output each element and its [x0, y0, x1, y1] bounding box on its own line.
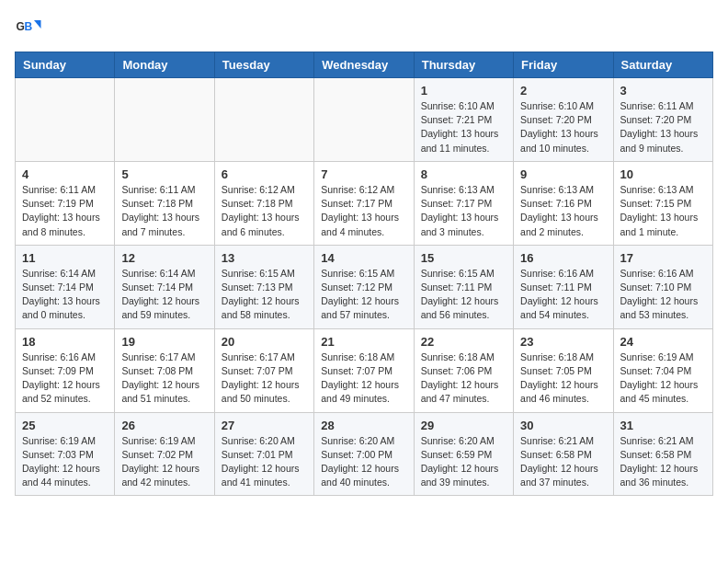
calendar-cell: 28Sunrise: 6:20 AMSunset: 7:00 PMDayligh… [314, 412, 414, 496]
day-number: 18 [22, 335, 108, 349]
day-info: Sunrise: 6:18 AMSunset: 7:05 PMDaylight:… [520, 350, 606, 407]
calendar-cell: 12Sunrise: 6:14 AMSunset: 7:14 PMDayligh… [115, 245, 214, 328]
day-number: 14 [321, 251, 406, 265]
day-number: 21 [321, 335, 406, 349]
calendar-cell [16, 78, 115, 162]
day-info: Sunrise: 6:13 AMSunset: 7:15 PMDaylight:… [620, 183, 706, 239]
day-number: 4 [22, 167, 108, 181]
calendar-cell: 20Sunrise: 6:17 AMSunset: 7:07 PMDayligh… [214, 328, 313, 412]
calendar-cell: 5Sunrise: 6:11 AMSunset: 7:18 PMDaylight… [115, 161, 214, 245]
day-info: Sunrise: 6:21 AMSunset: 6:58 PMDaylight:… [520, 434, 606, 490]
day-number: 11 [22, 251, 108, 265]
calendar-cell: 30Sunrise: 6:21 AMSunset: 6:58 PMDayligh… [514, 412, 613, 496]
day-number: 23 [520, 335, 606, 349]
calendar-cell: 4Sunrise: 6:11 AMSunset: 7:19 PMDaylight… [16, 161, 115, 245]
day-number: 2 [520, 84, 606, 98]
weekday-header-cell: Thursday [414, 52, 513, 78]
calendar-cell: 18Sunrise: 6:16 AMSunset: 7:09 PMDayligh… [16, 328, 115, 412]
day-info: Sunrise: 6:12 AMSunset: 7:17 PMDaylight:… [321, 183, 406, 239]
svg-text:B: B [25, 20, 33, 33]
day-number: 3 [620, 84, 706, 98]
day-number: 17 [620, 251, 706, 265]
calendar-cell: 17Sunrise: 6:16 AMSunset: 7:10 PMDayligh… [613, 245, 712, 328]
calendar-cell: 21Sunrise: 6:18 AMSunset: 7:07 PMDayligh… [314, 328, 414, 412]
weekday-header-row: SundayMondayTuesdayWednesdayThursdayFrid… [16, 52, 713, 78]
day-number: 10 [620, 167, 706, 181]
day-info: Sunrise: 6:20 AMSunset: 6:59 PMDaylight:… [421, 434, 506, 490]
calendar-cell: 1Sunrise: 6:10 AMSunset: 7:21 PMDaylight… [414, 78, 513, 162]
day-info: Sunrise: 6:16 AMSunset: 7:11 PMDaylight:… [520, 267, 606, 323]
day-number: 5 [121, 167, 207, 181]
day-info: Sunrise: 6:19 AMSunset: 7:04 PMDaylight:… [620, 350, 706, 407]
day-number: 9 [520, 167, 606, 181]
day-info: Sunrise: 6:11 AMSunset: 7:19 PMDaylight:… [22, 183, 108, 239]
weekday-header-cell: Sunday [16, 52, 115, 78]
day-info: Sunrise: 6:12 AMSunset: 7:18 PMDaylight:… [222, 183, 307, 239]
day-info: Sunrise: 6:17 AMSunset: 7:08 PMDaylight:… [121, 350, 207, 407]
calendar-week-row: 4Sunrise: 6:11 AMSunset: 7:19 PMDaylight… [16, 161, 713, 245]
day-info: Sunrise: 6:14 AMSunset: 7:14 PMDaylight:… [121, 267, 207, 323]
calendar-week-row: 18Sunrise: 6:16 AMSunset: 7:09 PMDayligh… [16, 328, 713, 412]
day-info: Sunrise: 6:11 AMSunset: 7:18 PMDaylight:… [121, 183, 207, 239]
calendar-cell: 14Sunrise: 6:15 AMSunset: 7:12 PMDayligh… [314, 245, 414, 328]
day-number: 31 [620, 419, 706, 432]
day-info: Sunrise: 6:19 AMSunset: 7:03 PMDaylight:… [22, 434, 108, 490]
calendar-cell: 27Sunrise: 6:20 AMSunset: 7:01 PMDayligh… [214, 412, 313, 496]
day-number: 20 [222, 335, 307, 349]
day-number: 16 [520, 251, 606, 265]
day-number: 24 [620, 335, 706, 349]
day-number: 27 [222, 419, 307, 432]
day-info: Sunrise: 6:19 AMSunset: 7:02 PMDaylight:… [121, 434, 207, 490]
day-number: 12 [121, 251, 207, 265]
calendar-cell: 24Sunrise: 6:19 AMSunset: 7:04 PMDayligh… [613, 328, 712, 412]
day-info: Sunrise: 6:20 AMSunset: 7:00 PMDaylight:… [321, 434, 406, 490]
weekday-header-cell: Monday [115, 52, 214, 78]
weekday-header-cell: Friday [514, 52, 613, 78]
day-info: Sunrise: 6:11 AMSunset: 7:20 PMDaylight:… [620, 99, 706, 155]
calendar-cell: 26Sunrise: 6:19 AMSunset: 7:02 PMDayligh… [115, 412, 214, 496]
weekday-header-cell: Wednesday [314, 52, 414, 78]
calendar-cell: 15Sunrise: 6:15 AMSunset: 7:11 PMDayligh… [414, 245, 513, 328]
calendar-cell: 16Sunrise: 6:16 AMSunset: 7:11 PMDayligh… [514, 245, 613, 328]
day-info: Sunrise: 6:15 AMSunset: 7:12 PMDaylight:… [321, 267, 406, 323]
day-info: Sunrise: 6:17 AMSunset: 7:07 PMDaylight:… [222, 350, 307, 407]
day-info: Sunrise: 6:14 AMSunset: 7:14 PMDaylight:… [22, 267, 108, 323]
weekday-header-cell: Saturday [613, 52, 712, 78]
day-info: Sunrise: 6:15 AMSunset: 7:11 PMDaylight:… [421, 267, 506, 323]
calendar-cell: 10Sunrise: 6:13 AMSunset: 7:15 PMDayligh… [613, 161, 712, 245]
day-number: 26 [121, 419, 207, 432]
svg-text:G: G [17, 20, 25, 33]
calendar-cell: 19Sunrise: 6:17 AMSunset: 7:08 PMDayligh… [115, 328, 214, 412]
calendar-cell: 8Sunrise: 6:13 AMSunset: 7:17 PMDaylight… [414, 161, 513, 245]
day-number: 22 [421, 335, 506, 349]
calendar-cell: 2Sunrise: 6:10 AMSunset: 7:20 PMDaylight… [514, 78, 613, 162]
day-info: Sunrise: 6:16 AMSunset: 7:10 PMDaylight:… [620, 267, 706, 323]
calendar-cell: 25Sunrise: 6:19 AMSunset: 7:03 PMDayligh… [16, 412, 115, 496]
day-info: Sunrise: 6:13 AMSunset: 7:16 PMDaylight:… [520, 183, 606, 239]
calendar-cell: 22Sunrise: 6:18 AMSunset: 7:06 PMDayligh… [414, 328, 513, 412]
day-info: Sunrise: 6:21 AMSunset: 6:58 PMDaylight:… [620, 434, 706, 490]
calendar-cell [314, 78, 414, 162]
day-number: 28 [321, 419, 406, 432]
day-info: Sunrise: 6:18 AMSunset: 7:07 PMDaylight:… [321, 350, 406, 407]
page-header: G B [15, 15, 713, 42]
svg-marker-2 [34, 20, 41, 29]
calendar-week-row: 1Sunrise: 6:10 AMSunset: 7:21 PMDaylight… [16, 78, 713, 162]
calendar-cell [115, 78, 214, 162]
day-number: 19 [121, 335, 207, 349]
calendar-week-row: 11Sunrise: 6:14 AMSunset: 7:14 PMDayligh… [16, 245, 713, 328]
calendar-cell: 9Sunrise: 6:13 AMSunset: 7:16 PMDaylight… [514, 161, 613, 245]
calendar-cell: 3Sunrise: 6:11 AMSunset: 7:20 PMDaylight… [613, 78, 712, 162]
day-number: 6 [222, 167, 307, 181]
day-number: 15 [421, 251, 506, 265]
day-info: Sunrise: 6:20 AMSunset: 7:01 PMDaylight:… [222, 434, 307, 490]
day-info: Sunrise: 6:10 AMSunset: 7:21 PMDaylight:… [421, 99, 506, 155]
calendar-cell: 7Sunrise: 6:12 AMSunset: 7:17 PMDaylight… [314, 161, 414, 245]
day-number: 13 [222, 251, 307, 265]
weekday-header-cell: Tuesday [214, 52, 313, 78]
calendar-cell: 13Sunrise: 6:15 AMSunset: 7:13 PMDayligh… [214, 245, 313, 328]
calendar-cell: 6Sunrise: 6:12 AMSunset: 7:18 PMDaylight… [214, 161, 313, 245]
day-info: Sunrise: 6:18 AMSunset: 7:06 PMDaylight:… [421, 350, 506, 407]
calendar-week-row: 25Sunrise: 6:19 AMSunset: 7:03 PMDayligh… [16, 412, 713, 496]
day-number: 25 [22, 419, 108, 432]
